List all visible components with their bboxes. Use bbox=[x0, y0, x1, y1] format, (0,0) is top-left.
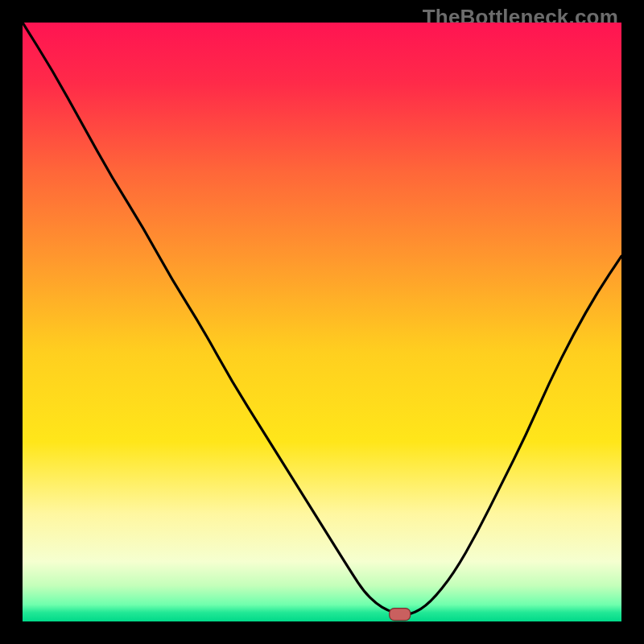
optimal-point-marker bbox=[390, 609, 411, 621]
chart-svg bbox=[23, 23, 621, 621]
plot-area bbox=[23, 23, 621, 621]
chart-frame: TheBottleneck.com bbox=[0, 0, 644, 644]
chart-background bbox=[23, 23, 621, 621]
